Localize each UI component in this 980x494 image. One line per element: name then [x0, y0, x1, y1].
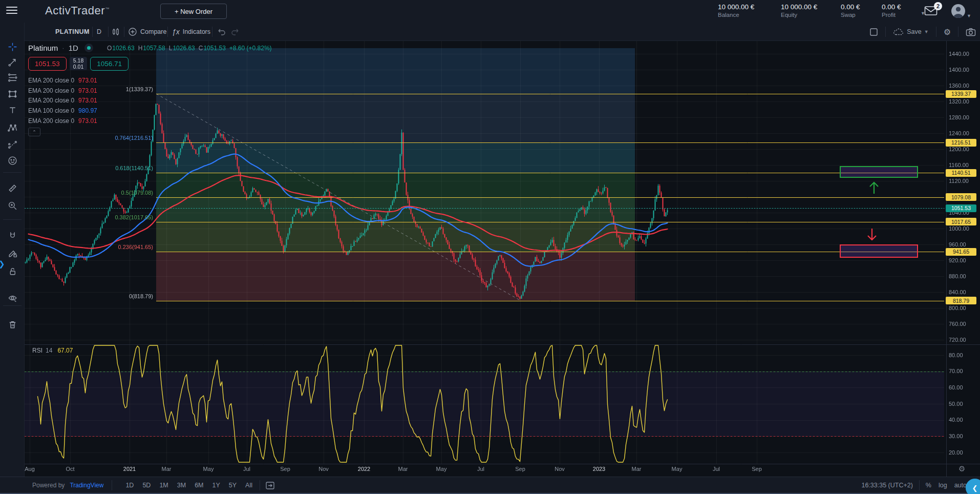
- rsi-legend: RSI 14 67.07: [32, 347, 73, 354]
- save-button[interactable]: Save ▼: [893, 28, 928, 36]
- layout-grid-icon[interactable]: [869, 28, 878, 36]
- account-summary: 10 000.00 €Balance10 000.00 €Equity0.00 …: [718, 3, 925, 18]
- spread-box: 5.18 0.01: [70, 57, 87, 70]
- magnet-icon[interactable]: [4, 228, 20, 243]
- axis-settings-gear-icon[interactable]: ⚙: [958, 464, 965, 474]
- avatar-caret-icon[interactable]: ▼: [967, 13, 971, 18]
- range-buttons: 1D5D1M3M6M1Y5YAll: [123, 481, 254, 490]
- trend-line-icon[interactable]: [4, 54, 20, 70]
- crosshair-icon[interactable]: [4, 39, 20, 54]
- settings-gear-icon[interactable]: ⚙: [944, 27, 951, 37]
- user-avatar[interactable]: [951, 4, 965, 18]
- indicator-row[interactable]: EMA 200 close 0973.01: [28, 75, 272, 86]
- indicator-row[interactable]: EMA 100 close 0980.97: [28, 106, 272, 116]
- trading-app: 1440.001400.001360.001320.001280.001240.…: [0, 0, 980, 494]
- indicators-button[interactable]: ƒx Indicators: [172, 23, 210, 41]
- emoji-icon[interactable]: [4, 153, 20, 168]
- hide-drawings-icon[interactable]: [4, 290, 20, 305]
- clock-label: 16:33:35 (UTC+2): [861, 482, 912, 489]
- top-bar: ActivTrader™ + New Order 10 000.00 €Bala…: [0, 0, 980, 23]
- range-5y-button[interactable]: 5Y: [227, 481, 239, 490]
- scale-auto-button[interactable]: auto: [954, 482, 967, 489]
- buy-zone-box[interactable]: [840, 166, 918, 178]
- indicator-row[interactable]: EMA 200 close 0973.01: [28, 95, 272, 106]
- new-order-button[interactable]: + New Order: [160, 4, 227, 19]
- app-logo: ActivTrader™: [45, 4, 110, 17]
- remove-drawings-icon[interactable]: [4, 317, 20, 332]
- compare-button[interactable]: Compare: [128, 23, 166, 41]
- go-to-date-icon[interactable]: [265, 481, 275, 490]
- drawing-toolbar: [0, 23, 25, 477]
- zoom-in-icon[interactable]: [4, 198, 20, 213]
- sell-price-button[interactable]: 1051.53: [28, 57, 67, 71]
- account-equity: 10 000.00 €Equity: [781, 3, 841, 18]
- indicator-row[interactable]: EMA 200 close 0973.01: [28, 86, 272, 96]
- fib-retracement-icon[interactable]: [4, 70, 20, 85]
- collapse-legend-button[interactable]: ⌃: [28, 128, 40, 136]
- account-swap: 0.00 €Swap: [841, 3, 882, 18]
- range-6m-button[interactable]: 6M: [193, 481, 205, 490]
- powered-by-label: Powered by: [32, 482, 65, 489]
- account-profit: 0.00 €Profit: [882, 3, 918, 18]
- drawing-lock-icon[interactable]: [4, 245, 20, 261]
- range-1y-button[interactable]: 1Y: [210, 481, 222, 490]
- panel-expand-icon[interactable]: ❯: [0, 259, 5, 269]
- chart-legend: Platinum · 1D O1026.63H1057.58L1026.63C1…: [28, 44, 272, 136]
- collapse-panel-fab[interactable]: ❮: [966, 479, 980, 494]
- legend-symbol[interactable]: Platinum: [28, 44, 58, 52]
- indicator-legend-rows: EMA 200 close 0973.01EMA 200 close 0973.…: [28, 75, 272, 126]
- interval-button[interactable]: D: [97, 23, 101, 41]
- ohlc-values: O1026.63H1057.58L1026.63C1051.53+8.60 (+…: [103, 45, 272, 52]
- ruler-icon[interactable]: [4, 180, 20, 196]
- account-balance: 10 000.00 €Balance: [718, 3, 781, 18]
- range-1m-button[interactable]: 1M: [157, 481, 170, 490]
- chart-style-icon[interactable]: [111, 23, 124, 41]
- indicator-row[interactable]: EMA 200 close 0973.01: [28, 116, 272, 126]
- camera-icon[interactable]: [966, 28, 976, 36]
- text-icon[interactable]: [4, 102, 20, 118]
- legend-interval[interactable]: 1D: [69, 44, 78, 52]
- redo-icon[interactable]: [230, 23, 243, 41]
- rectangle-icon[interactable]: [4, 86, 20, 101]
- undo-icon[interactable]: [217, 23, 229, 41]
- range-all-button[interactable]: All: [243, 481, 254, 490]
- chart-toolbar: PLATINUM D Compare ƒx Indicators: [25, 23, 980, 41]
- bottom-bar: Powered by TradingView 1D5D1M3M6M1Y5YAll…: [0, 477, 980, 494]
- buy-price-button[interactable]: 1056.71: [90, 57, 129, 71]
- fx-icon: ƒx: [172, 28, 180, 36]
- menu-icon[interactable]: [6, 7, 17, 16]
- tradingview-link[interactable]: TradingView: [70, 482, 103, 489]
- scale-log-button[interactable]: log: [939, 482, 947, 489]
- forecast-icon[interactable]: [4, 137, 20, 152]
- scale-%-button[interactable]: %: [926, 482, 931, 489]
- mail-badge: 2: [934, 2, 942, 10]
- range-5d-button[interactable]: 5D: [140, 481, 153, 490]
- unlock-icon[interactable]: [4, 263, 20, 279]
- save-caret-icon: ▼: [924, 29, 929, 34]
- sell-zone-box[interactable]: [840, 244, 918, 258]
- range-3m-button[interactable]: 3M: [175, 481, 188, 490]
- range-1d-button[interactable]: 1D: [123, 481, 136, 490]
- symbol-button[interactable]: PLATINUM: [55, 23, 90, 41]
- market-status-icon[interactable]: [84, 44, 93, 52]
- xabcd-pattern-icon[interactable]: [4, 120, 20, 135]
